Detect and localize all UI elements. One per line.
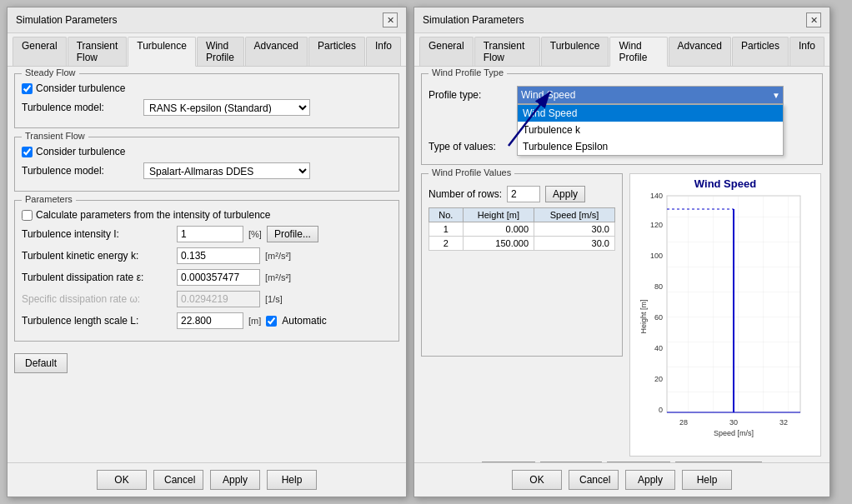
svg-text:60: 60 bbox=[654, 313, 663, 322]
svg-text:28: 28 bbox=[679, 418, 688, 427]
right-title-bar: Simulation Parameters ✕ bbox=[414, 7, 829, 33]
tab-advanced-left[interactable]: Advanced bbox=[245, 37, 308, 66]
calc-param-text: Calculate parameters from the intensity … bbox=[36, 209, 270, 221]
profile-type-dropdown[interactable]: Wind Speed ▼ bbox=[517, 86, 784, 104]
left-cancel-button[interactable]: Cancel bbox=[153, 470, 203, 490]
dissipation-unit: [m²/s²] bbox=[265, 272, 291, 282]
col-no: No. bbox=[429, 208, 464, 222]
profile-type-row: Profile type: Wind Speed ▼ Wind Speed Tu… bbox=[429, 86, 815, 104]
profile-type-dropdown-container: Wind Speed ▼ Wind Speed Turbulence k Tur… bbox=[517, 86, 784, 104]
left-close-button[interactable]: ✕ bbox=[383, 12, 398, 27]
intensity-input[interactable] bbox=[177, 226, 243, 242]
steady-model-row: Turbulence model: RANS K-epsilon (Standa… bbox=[22, 99, 392, 116]
cell-height: 0.000 bbox=[463, 222, 534, 237]
left-title-bar: Simulation Parameters ✕ bbox=[8, 7, 406, 33]
intensity-row: Turbulence intensity I: [%] Profile... bbox=[22, 226, 392, 242]
svg-text:0: 0 bbox=[659, 406, 663, 414]
calc-param-row: Calculate parameters from the intensity … bbox=[22, 209, 392, 221]
transient-turbulence-checkbox[interactable] bbox=[22, 147, 33, 157]
svg-text:Height [m]: Height [m] bbox=[639, 299, 648, 333]
left-default-button[interactable]: Default bbox=[14, 353, 68, 373]
cell-speed: 30.0 bbox=[534, 237, 615, 251]
dropdown-menu: Wind Speed Turbulence k Turbulence Epsil… bbox=[517, 104, 784, 156]
intensity-unit: [%] bbox=[248, 229, 262, 239]
tab-windprofile-right[interactable]: Wind Profile bbox=[609, 37, 667, 67]
chart-svg: 0 20 40 60 80 100 120 140 28 30 32 Heigh… bbox=[638, 192, 813, 437]
left-tab-bar: General Transient Flow Turbulence Wind P… bbox=[8, 33, 406, 67]
transient-model-row: Turbulence model: Spalart-Allmaras DDES bbox=[22, 162, 392, 179]
wind-values-label: Wind Profile Values bbox=[429, 167, 514, 177]
right-apply-button[interactable]: Apply bbox=[625, 470, 675, 490]
steady-turbulence-row: Consider turbulence bbox=[22, 82, 392, 94]
tab-transient-left[interactable]: Transient Flow bbox=[68, 37, 128, 66]
tab-turbulence-right[interactable]: Turbulence bbox=[541, 37, 609, 66]
num-rows-row: Number of rows: Apply bbox=[429, 186, 615, 202]
steady-flow-group: Steady Flow Consider turbulence Turbulen… bbox=[14, 73, 399, 128]
wind-apply-button[interactable]: Apply bbox=[545, 186, 585, 202]
tab-general-left[interactable]: General bbox=[13, 37, 67, 66]
specific-input bbox=[177, 291, 260, 307]
profile-button[interactable]: Profile... bbox=[267, 226, 318, 242]
left-dialog-title: Simulation Parameters bbox=[16, 14, 117, 26]
length-unit: [m] bbox=[248, 316, 261, 326]
wind-profile-type-label: Wind Profile Type bbox=[429, 67, 507, 77]
wind-values-panel: Wind Profile Values Number of rows: Appl… bbox=[421, 173, 623, 457]
svg-text:30: 30 bbox=[729, 418, 738, 427]
wind-profile-type-group: Wind Profile Type Profile type: Wind Spe… bbox=[421, 73, 823, 165]
dropdown-item-turbepsilon[interactable]: Turbulence Epsilon bbox=[518, 138, 783, 155]
dropdown-item-turbk[interactable]: Turbulence k bbox=[518, 122, 783, 138]
cell-speed: 30.0 bbox=[534, 222, 615, 237]
right-close-button[interactable]: ✕ bbox=[806, 12, 821, 27]
right-footer-action-buttons: Default Constant Generate Refresh Graph bbox=[421, 457, 823, 462]
table-row: 2150.00030.0 bbox=[429, 237, 615, 251]
right-help-button[interactable]: Help bbox=[682, 470, 732, 490]
wind-speed-chart: Wind Speed 0 2 bbox=[629, 173, 821, 457]
svg-text:32: 32 bbox=[779, 418, 788, 427]
right-footer: OK Cancel Apply Help bbox=[414, 462, 829, 497]
length-input[interactable] bbox=[177, 312, 243, 329]
cell-no: 2 bbox=[429, 237, 464, 251]
left-ok-button[interactable]: OK bbox=[97, 470, 147, 490]
type-values-label: Type of values: bbox=[429, 141, 512, 152]
tab-particles-right[interactable]: Particles bbox=[732, 37, 789, 66]
col-speed: Speed [m/s] bbox=[534, 208, 615, 222]
tab-windprofile-left[interactable]: Wind Profile bbox=[197, 37, 244, 66]
automatic-label: Automatic bbox=[282, 315, 326, 327]
left-apply-button[interactable]: Apply bbox=[210, 470, 260, 490]
tab-advanced-right[interactable]: Advanced bbox=[669, 37, 731, 66]
svg-text:100: 100 bbox=[650, 252, 663, 260]
dropdown-item-windspeed[interactable]: Wind Speed bbox=[518, 105, 783, 122]
tab-turbulence-left[interactable]: Turbulence bbox=[128, 37, 196, 67]
tab-particles-left[interactable]: Particles bbox=[308, 37, 365, 66]
left-footer: OK Cancel Apply Help bbox=[8, 462, 406, 497]
automatic-checkbox[interactable] bbox=[266, 316, 277, 327]
calc-param-checkbox[interactable] bbox=[22, 210, 33, 221]
tab-general-right[interactable]: General bbox=[419, 37, 474, 66]
tab-info-right[interactable]: Info bbox=[789, 37, 824, 66]
cell-no: 1 bbox=[429, 222, 464, 237]
kinetic-label: Turbulent kinetic energy k: bbox=[22, 250, 172, 262]
chart-title: Wind Speed bbox=[630, 174, 820, 192]
steady-model-select[interactable]: RANS K-epsilon (Standard) bbox=[143, 99, 310, 116]
steady-turbulence-checkbox[interactable] bbox=[22, 83, 33, 94]
dissipation-input[interactable] bbox=[177, 269, 260, 286]
svg-text:40: 40 bbox=[654, 344, 663, 352]
kinetic-input[interactable] bbox=[177, 247, 260, 264]
svg-text:20: 20 bbox=[654, 375, 663, 383]
svg-text:Speed [m/s]: Speed [m/s] bbox=[714, 429, 754, 437]
transient-model-select[interactable]: Spalart-Allmaras DDES bbox=[143, 162, 310, 179]
specific-unit: [1/s] bbox=[265, 294, 283, 304]
table-row: 10.00030.0 bbox=[429, 222, 615, 237]
left-help-button[interactable]: Help bbox=[267, 470, 317, 490]
tab-transient-right[interactable]: Transient Flow bbox=[474, 37, 540, 66]
right-tab-bar: General Transient Flow Turbulence Wind P… bbox=[414, 33, 829, 67]
right-ok-button[interactable]: OK bbox=[512, 470, 562, 490]
dissipation-label: Turbulent dissipation rate ε: bbox=[22, 272, 172, 283]
num-rows-input[interactable] bbox=[507, 186, 540, 202]
specific-row: Specific dissipation rate ω: [1/s] bbox=[22, 291, 392, 307]
right-cancel-button[interactable]: Cancel bbox=[569, 470, 619, 490]
kinetic-unit: [m²/s²] bbox=[265, 251, 291, 261]
tab-info-left[interactable]: Info bbox=[366, 37, 401, 66]
transient-turbulence-text: Consider turbulence bbox=[36, 146, 125, 157]
steady-flow-label: Steady Flow bbox=[22, 67, 79, 77]
